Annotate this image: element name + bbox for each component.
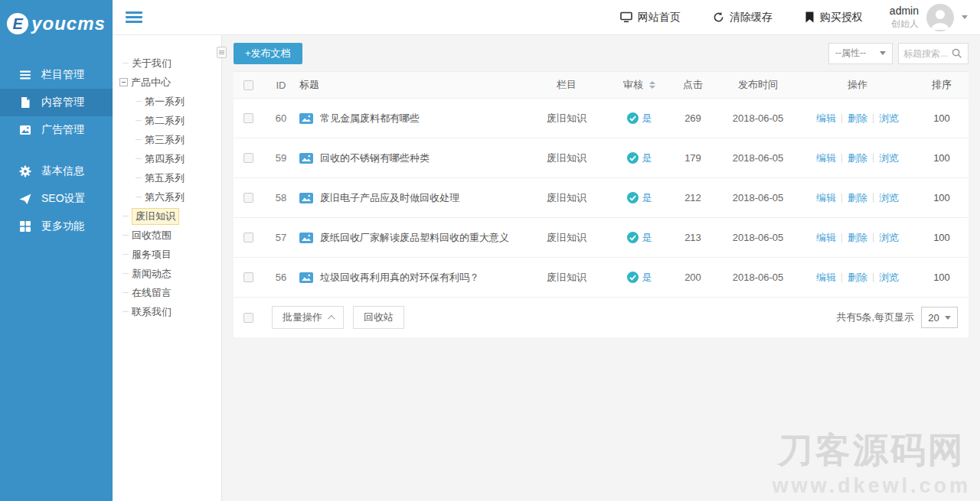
audit-status[interactable]: 是 (642, 191, 652, 205)
edit-link[interactable]: 编辑 (816, 271, 836, 285)
document-title-link[interactable]: 废旧电子产品应及时做回收处理 (320, 191, 459, 205)
page-size-select[interactable]: 20 (921, 307, 958, 328)
sidebar-item-basic-info[interactable]: 基本信息 (0, 158, 113, 185)
row-checkbox[interactable] (243, 233, 253, 242)
view-link[interactable]: 浏览 (879, 271, 899, 285)
sidebar-item-label: 更多功能 (41, 220, 84, 233)
property-filter-select[interactable]: --属性-- (828, 43, 893, 64)
view-link[interactable]: 浏览 (879, 151, 899, 165)
tree-item-products[interactable]: 产品中心 (113, 73, 221, 92)
batch-actions-button[interactable]: 批量操作 (272, 306, 344, 329)
tree-item-services[interactable]: 服务项目 (113, 245, 221, 264)
site-home-link[interactable]: 网站首页 (604, 0, 697, 34)
delete-link[interactable]: 删除 (848, 151, 867, 165)
buy-license-link[interactable]: 购买授权 (789, 0, 879, 34)
cell-publish-time: 2018-06-05 (716, 112, 800, 124)
header-audit[interactable]: 审核 (609, 78, 670, 92)
row-checkbox[interactable] (243, 153, 253, 163)
audit-status[interactable]: 是 (642, 112, 652, 125)
view-link[interactable]: 浏览 (879, 191, 899, 205)
document-title-link[interactable]: 常见金属废料都有哪些 (320, 112, 420, 125)
tree-item-about[interactable]: 关于我们 (113, 54, 221, 73)
delete-link[interactable]: 删除 (848, 231, 867, 245)
cell-category[interactable]: 废旧知识 (524, 191, 609, 205)
cell-sort[interactable]: 100 (915, 192, 969, 203)
thumbnail-icon (299, 233, 313, 243)
tree-item-series-2[interactable]: 第二系列 (113, 111, 221, 130)
collapse-toggle-icon[interactable] (119, 78, 128, 86)
cell-clicks: 179 (670, 152, 716, 164)
sort-icon[interactable] (649, 81, 655, 89)
sidebar-item-column-manage[interactable]: 栏目管理 (0, 61, 113, 89)
sidebar-collapse-handle[interactable] (217, 47, 227, 58)
cell-category[interactable]: 废旧知识 (524, 231, 609, 245)
audit-status[interactable]: 是 (642, 151, 652, 165)
app-logo[interactable]: E youcms (0, 0, 113, 47)
publish-document-button[interactable]: +发布文档 (234, 43, 302, 64)
category-tree: 关于我们 产品中心 第一系列 第二系列 第三系列 第四系列 第五系列 第六系列 … (113, 35, 222, 501)
document-title-link[interactable]: 垃圾回收再利用真的对环保有利吗？ (320, 271, 479, 285)
tree-item-series-1[interactable]: 第一系列 (113, 92, 221, 111)
sidebar-item-more-features[interactable]: 更多功能 (0, 213, 113, 240)
document-title-link[interactable]: 回收的不锈钢有哪些种类 (320, 151, 430, 165)
edit-link[interactable]: 编辑 (816, 112, 836, 125)
chevron-up-icon (328, 314, 335, 322)
cell-sort[interactable]: 100 (915, 112, 969, 124)
tree-item-label: 新闻动态 (132, 267, 172, 281)
tree-item-messages[interactable]: 在线留言 (113, 283, 221, 302)
tree-item-waste-knowledge[interactable]: 废旧知识 (113, 207, 221, 226)
delete-link[interactable]: 删除 (848, 271, 867, 285)
tree-item-series-6[interactable]: 第六系列 (113, 187, 221, 207)
tree-item-contact[interactable]: 联系我们 (113, 302, 221, 321)
header-audit-label: 审核 (623, 78, 643, 92)
tree-item-series-5[interactable]: 第五系列 (113, 168, 221, 187)
edit-link[interactable]: 编辑 (816, 151, 836, 165)
cell-sort[interactable]: 100 (915, 272, 969, 283)
document-title-link[interactable]: 废纸回收厂家解读废品塑料回收的重大意义 (320, 231, 509, 245)
cell-category[interactable]: 废旧知识 (524, 271, 609, 285)
cell-id: 59 (263, 152, 299, 164)
cell-category[interactable]: 废旧知识 (524, 151, 609, 165)
tree-item-label-selected: 废旧知识 (132, 208, 179, 225)
user-info[interactable]: admin 创始人 (890, 5, 919, 30)
cell-sort[interactable]: 100 (915, 152, 969, 164)
sidebar-item-label: SEO设置 (41, 192, 86, 206)
search-icon[interactable] (951, 47, 962, 59)
buy-license-label: 购买授权 (820, 11, 863, 24)
recycle-bin-button[interactable]: 回收站 (353, 306, 404, 329)
audit-status[interactable]: 是 (642, 231, 652, 245)
tree-item-series-3[interactable]: 第三系列 (113, 130, 221, 149)
row-checkbox[interactable] (243, 113, 253, 123)
clear-cache-link[interactable]: 清除缓存 (697, 0, 789, 34)
tree-item-label: 第六系列 (145, 190, 185, 204)
cell-category[interactable]: 废旧知识 (524, 112, 609, 125)
select-all-checkbox[interactable] (243, 80, 253, 90)
row-checkbox[interactable] (243, 193, 253, 203)
sidebar-item-ad-manage[interactable]: 广告管理 (0, 116, 113, 144)
audit-status[interactable]: 是 (642, 271, 652, 285)
tree-item-recycle-scope[interactable]: 回收范围 (113, 226, 221, 245)
row-checkbox[interactable] (243, 272, 253, 282)
title-search-input[interactable] (903, 48, 951, 59)
edit-link[interactable]: 编辑 (816, 231, 836, 245)
avatar[interactable] (926, 4, 954, 31)
chevron-down-icon[interactable] (962, 15, 968, 19)
footer-select-all-checkbox[interactable] (243, 313, 253, 323)
delete-link[interactable]: 删除 (848, 191, 867, 205)
tree-item-news[interactable]: 新闻动态 (113, 264, 221, 283)
view-link[interactable]: 浏览 (879, 231, 899, 245)
logo-text: youcms (31, 13, 106, 34)
cell-sort[interactable]: 100 (915, 232, 969, 243)
edit-link[interactable]: 编辑 (816, 191, 836, 205)
view-link[interactable]: 浏览 (879, 112, 899, 125)
sidebar-item-seo-settings[interactable]: SEO设置 (0, 185, 113, 213)
sidebar-item-content-manage[interactable]: 内容管理 (0, 89, 113, 116)
delete-link[interactable]: 删除 (848, 112, 867, 125)
check-circle-icon (627, 272, 639, 283)
table-row: 60 常见金属废料都有哪些 废旧知识 是 269 2018-06-05 编辑删除… (234, 99, 969, 138)
tree-item-series-4[interactable]: 第四系列 (113, 149, 221, 168)
page-size-value: 20 (928, 312, 939, 324)
sidebar-item-label: 广告管理 (41, 123, 84, 137)
table-row: 57 废纸回收厂家解读废品塑料回收的重大意义 废旧知识 是 213 2018-0… (234, 218, 969, 258)
hamburger-menu-icon[interactable] (126, 9, 142, 25)
